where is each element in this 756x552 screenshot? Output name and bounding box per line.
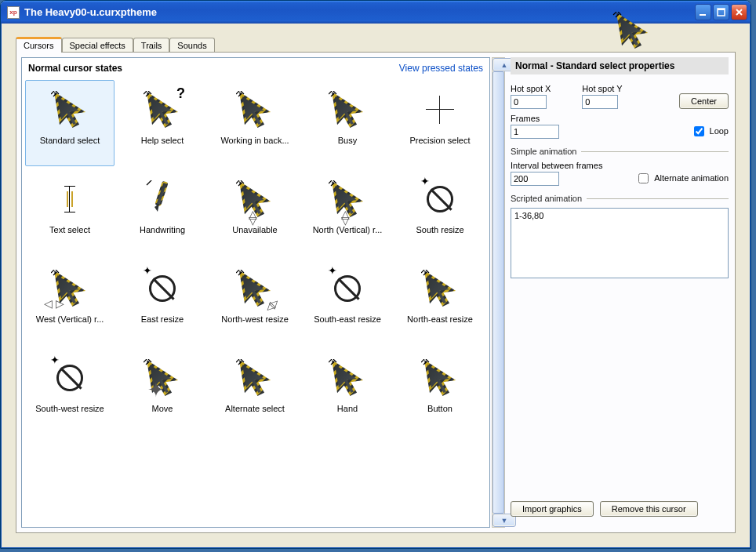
arrow-ud-icon: △▽ <box>235 180 274 219</box>
minimize-button[interactable] <box>695 4 711 20</box>
cursor-item-label: Text select <box>46 225 93 234</box>
cursor-item-alternate-select[interactable]: Alternate select <box>210 348 300 434</box>
cursor-item-label: Alternate select <box>222 404 288 413</box>
scripted-animation-group: Scripted animation <box>511 194 582 203</box>
cursor-item-south-east-resize[interactable]: ✦South-east resize <box>303 259 392 345</box>
cursor-item-label: South-west resize <box>32 404 107 413</box>
titlebar[interactable]: xp The Heavy00-u.curxptheme <box>1 1 751 24</box>
arrow-icon <box>328 90 367 129</box>
arrow-icon <box>328 358 367 398</box>
cursor-item-north-east-resize[interactable]: North-east resize <box>395 259 485 345</box>
arrow-move-icon: ✦ <box>143 358 182 398</box>
cursor-item-label: Working in back... <box>217 136 292 145</box>
hotspot-y-input[interactable] <box>582 95 618 109</box>
cursor-item-precision-select[interactable]: Precision select <box>395 80 485 166</box>
forbid-icon: ✦ <box>328 269 367 308</box>
cursor-item-south-resize[interactable]: ✦South resize <box>395 169 485 256</box>
cursor-item-label: East resize <box>138 314 187 324</box>
cursor-item-label: Button <box>424 404 456 413</box>
arrow-icon <box>50 90 89 129</box>
loop-label[interactable]: Loop <box>710 126 729 136</box>
cursor-item-label: Hand <box>334 404 361 413</box>
forbid-icon: ✦ <box>420 180 460 219</box>
hotspot-x-input[interactable] <box>511 95 547 109</box>
cursor-item-north-west-resize[interactable]: △▽North-west resize <box>210 259 300 345</box>
cursor-item-handwriting[interactable]: Handwriting <box>118 169 207 256</box>
cursor-item-label: Standard select <box>37 136 103 145</box>
svg-rect-0 <box>700 14 706 16</box>
hotspot-x-label: Hot spot X <box>511 84 551 93</box>
cursor-item-help-select[interactable]: ?Help select <box>118 80 207 166</box>
cursor-item-move[interactable]: ✦Move <box>118 348 207 434</box>
properties-pane: Normal - Standard select properties Hot … <box>511 57 729 528</box>
cursor-item-label: Busy <box>335 136 360 145</box>
cursor-item-label: Precision select <box>406 136 473 145</box>
arrow-icon <box>420 269 460 308</box>
close-button[interactable] <box>731 4 747 20</box>
client-area: CursorsSpecial effectsTrailsSounds Norma… <box>4 25 747 545</box>
tab-special-effects[interactable]: Special effects <box>62 38 133 53</box>
tabpage-cursors: Normal cursor states View pressed states… <box>16 52 736 533</box>
cursor-item-label: West (Vertical) r... <box>33 314 107 324</box>
arrow-icon <box>420 358 460 398</box>
section-title: Normal cursor states <box>28 63 122 74</box>
arrow-ud-icon: △▽ <box>328 180 367 219</box>
arrow-lr-icon: ◁ ▷ <box>50 269 89 308</box>
vertical-scrollbar[interactable]: ▲ ▼ <box>492 57 505 528</box>
cursor-item-busy[interactable]: Busy <box>303 80 392 166</box>
crosshair-icon <box>420 90 460 129</box>
arrow-help-icon: ? <box>143 90 182 129</box>
cursor-item-label: North-west resize <box>218 314 292 324</box>
cursor-item-label: Handwriting <box>136 225 188 234</box>
alternate-animation-label[interactable]: Alternate animation <box>654 173 729 183</box>
scroll-thumb[interactable] <box>492 71 504 514</box>
arrow-diag-icon: △▽ <box>235 269 274 308</box>
frames-input[interactable] <box>511 125 559 139</box>
app-window: xp The Heavy00-u.curxptheme CursorsSpeci… <box>0 0 751 549</box>
cursor-item-label: Help select <box>138 136 187 145</box>
alternate-animation-checkbox[interactable] <box>638 173 649 183</box>
script-textarea[interactable] <box>511 208 729 278</box>
properties-title: Normal - Standard select properties <box>511 57 729 74</box>
arrow-icon <box>235 90 274 129</box>
cursor-item-standard-select[interactable]: Standard select <box>25 80 114 166</box>
cursor-item-label: North-east resize <box>404 314 476 324</box>
cursor-item-text-select[interactable]: Text select <box>25 169 114 256</box>
view-pressed-states-link[interactable]: View pressed states <box>399 63 483 74</box>
cursor-item-north-vertical-r[interactable]: △▽North (Vertical) r... <box>303 169 392 256</box>
interval-label: Interval between frames <box>511 161 602 170</box>
cursor-item-label: South resize <box>413 225 467 234</box>
frames-label: Frames <box>511 114 559 123</box>
cursor-item-hand[interactable]: Hand <box>303 348 392 434</box>
app-icon: xp <box>7 6 20 19</box>
svg-rect-2 <box>718 9 725 10</box>
import-graphics-button[interactable]: Import graphics <box>511 501 594 517</box>
maximize-button[interactable] <box>713 4 729 20</box>
tab-sounds[interactable]: Sounds <box>169 38 214 53</box>
cursor-item-label: South-east resize <box>311 314 384 324</box>
cursor-item-button[interactable]: Button <box>395 348 485 434</box>
loop-checkbox[interactable] <box>694 126 704 136</box>
window-title: The Heavy00-u.curxptheme <box>23 6 695 18</box>
tab-cursors[interactable]: Cursors <box>16 37 62 53</box>
cursor-item-east-resize[interactable]: ✦East resize <box>118 259 207 345</box>
interval-input[interactable] <box>511 172 559 186</box>
pen-icon <box>143 180 182 219</box>
cursor-item-west-vertical-r[interactable]: ◁ ▷West (Vertical) r... <box>25 259 114 345</box>
forbid-icon: ✦ <box>50 358 89 398</box>
arrow-icon <box>235 358 274 398</box>
remove-cursor-button[interactable]: Remove this cursor <box>600 501 698 517</box>
simple-animation-group: Simple animation <box>511 147 576 156</box>
hotspot-y-label: Hot spot Y <box>582 84 622 93</box>
forbid-icon: ✦ <box>143 269 182 308</box>
cursor-item-working-in-back[interactable]: Working in back... <box>210 80 300 166</box>
cursor-item-label: Move <box>149 404 176 413</box>
center-button[interactable]: Center <box>679 93 729 109</box>
cursor-item-unavailable[interactable]: △▽Unavailable <box>210 169 300 256</box>
ibeam-icon <box>50 180 89 219</box>
cursor-item-south-west-resize[interactable]: ✦South-west resize <box>25 348 114 434</box>
cursor-list-pane: Normal cursor states View pressed states… <box>21 57 490 528</box>
tab-trails[interactable]: Trails <box>133 38 169 53</box>
